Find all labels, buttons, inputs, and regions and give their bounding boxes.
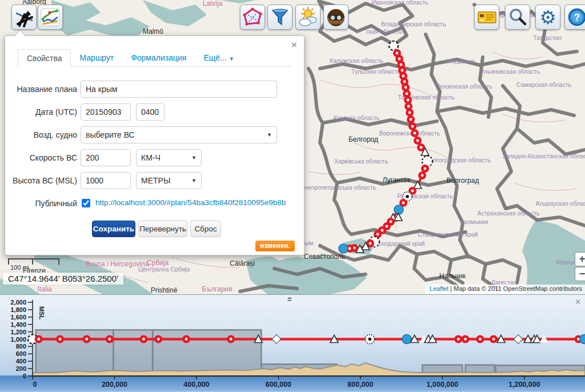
waypoint-marker-circle[interactable] (421, 165, 429, 173)
waypoint-marker-big-dashed[interactable] (422, 156, 432, 166)
reverse-button[interactable]: Перевернуть (138, 221, 187, 237)
map-label-region: Западно-Казахстанская область (502, 153, 585, 159)
waypoint-marker-circle[interactable] (35, 335, 43, 343)
map-attribution: Leaflet | Map data © 2011 OpenStreetMap … (425, 285, 585, 294)
waypoint-marker-circle[interactable] (462, 335, 470, 343)
waypoint-marker-circle[interactable] (83, 335, 91, 343)
altitude-input[interactable] (81, 172, 131, 189)
map-label-region: Волгоградская область (426, 157, 491, 163)
resize-handle[interactable]: = (287, 295, 292, 303)
filter-icon (269, 6, 291, 29)
map-label-city: Нальчик (439, 272, 466, 280)
plan-name-input[interactable] (81, 81, 277, 98)
plan-route-icon (13, 6, 35, 29)
status-badge: изменен. (255, 241, 295, 251)
polygon-zone-button[interactable] (240, 5, 265, 30)
map-label-city: Луганськ (383, 176, 411, 184)
close-icon[interactable]: × (575, 297, 580, 306)
measure-card-button[interactable] (474, 5, 499, 30)
map-label-region: Калмыкия (460, 218, 488, 225)
y-axis-label: MSL (38, 306, 45, 320)
waypoint-marker-start-dashed[interactable] (389, 41, 398, 50)
waypoint-marker-circle[interactable] (406, 109, 414, 117)
tab-properties[interactable]: Свойства (18, 49, 71, 67)
weather-icon (296, 6, 319, 29)
tab-formalization[interactable]: Формализация (122, 49, 195, 66)
reset-button[interactable]: Сброс (190, 221, 221, 237)
weather-button[interactable] (295, 5, 320, 30)
waypoint-marker-circle[interactable] (154, 335, 162, 343)
speed-unit-select[interactable]: КМ-Ч▼ (136, 149, 202, 166)
date-input[interactable] (81, 103, 131, 121)
map-label-region: Тульская область (351, 68, 400, 75)
map-label-country: Latvija (203, 0, 223, 7)
waypoint-marker-circle[interactable] (182, 335, 190, 343)
flight-plan-dialog: × Свойства Маршрут Формализация Ещё...▼ … (5, 35, 304, 255)
plan-route-button[interactable] (11, 5, 37, 30)
waypoint-marker-circle[interactable] (414, 137, 422, 145)
map-label-region: Мордовия (446, 58, 474, 65)
waypoint-marker-circle[interactable] (490, 335, 498, 343)
save-button[interactable]: Сохранить (92, 221, 135, 237)
waypoint-marker-blue[interactable] (402, 335, 411, 344)
dialog-pointer-arrow (15, 31, 25, 36)
chevron-down-icon: ▼ (191, 150, 197, 166)
leaflet-link[interactable]: Leaflet (430, 285, 448, 292)
flight-profile-button[interactable] (38, 5, 63, 30)
tab-more[interactable]: Ещё...▼ (195, 49, 242, 66)
waypoint-marker-circle[interactable] (139, 335, 147, 343)
svg-text:600,000: 600,000 (266, 381, 291, 389)
map-label-city: Prishtinë (151, 286, 178, 294)
waypoint-marker-circle[interactable] (411, 129, 419, 137)
waypoint-marker-blue[interactable] (339, 244, 348, 253)
dialog-tabs: Свойства Маршрут Формализация Ещё...▼ (18, 49, 291, 67)
map-label-region: Астраханская область (478, 210, 540, 217)
svg-text:400,000: 400,000 (183, 381, 209, 389)
settings-button[interactable]: ⚙ (535, 5, 560, 30)
waypoint-marker-circle[interactable] (56, 335, 64, 343)
waypoint-marker-dotted[interactable] (365, 335, 374, 344)
waypoint-marker-circle[interactable] (418, 171, 426, 179)
plan-name-label: Название плана (5, 81, 77, 98)
zoom-out-button[interactable]: − (575, 267, 585, 281)
waypoint-marker-circle[interactable] (227, 335, 235, 343)
altitude-label: Высота ВС (MSL) (5, 172, 77, 189)
tab-route[interactable]: Маршрут (71, 49, 122, 66)
waypoint-marker-circle[interactable] (106, 335, 114, 343)
waypoint-marker-diamond[interactable] (514, 335, 523, 344)
waypoint-marker-circle[interactable] (408, 122, 416, 130)
waypoint-marker-blue[interactable] (394, 205, 403, 214)
altitude-unit-select[interactable]: МЕТРЫ▼ (136, 172, 202, 189)
aircraft-select[interactable]: выберите ВС▼ (81, 126, 277, 143)
waypoint-marker-circle[interactable] (476, 335, 484, 343)
scale-bar: 100 mi (8, 258, 59, 271)
waypoint-marker-circle[interactable] (407, 115, 415, 123)
time-input[interactable] (136, 103, 165, 121)
public-plan-link[interactable]: http://localhost:3000/#plan/54ba3cfb840f… (95, 198, 286, 207)
chevron-down-icon: ▼ (229, 56, 234, 62)
close-icon[interactable]: × (291, 39, 297, 51)
svg-text:1,000,000: 1,000,000 (427, 381, 459, 389)
public-checkbox[interactable] (82, 199, 90, 207)
map-label-region: Атырауская область (535, 200, 585, 207)
pilot-button[interactable] (323, 5, 348, 30)
svg-text:1,200: 1,200 (10, 329, 26, 335)
gear-icon: ⚙ (539, 8, 556, 27)
filter-button[interactable] (267, 5, 292, 30)
speed-label: Скорость ВС (5, 149, 77, 166)
svg-text:200: 200 (16, 365, 26, 372)
help-button[interactable]: ? (564, 5, 585, 30)
zoom-in-button[interactable]: + (575, 252, 585, 266)
map-label-city: Malmö (143, 27, 163, 35)
map-label-region: Централна Србија (138, 266, 190, 273)
waypoint-marker-circle[interactable] (454, 335, 462, 343)
speed-input[interactable] (81, 149, 131, 166)
map-label-region: Самарская область (516, 81, 571, 88)
waypoint-marker-blue[interactable] (580, 335, 585, 344)
svg-text:1,000: 1,000 (10, 336, 26, 343)
svg-text:200,000: 200,000 (102, 381, 127, 389)
search-button[interactable] (505, 5, 530, 30)
waypoint-marker-diamond[interactable] (272, 335, 281, 344)
polygon-zone-icon (241, 6, 264, 29)
aircraft-row: Возд. судно выберите ВС▼ (5, 126, 304, 143)
